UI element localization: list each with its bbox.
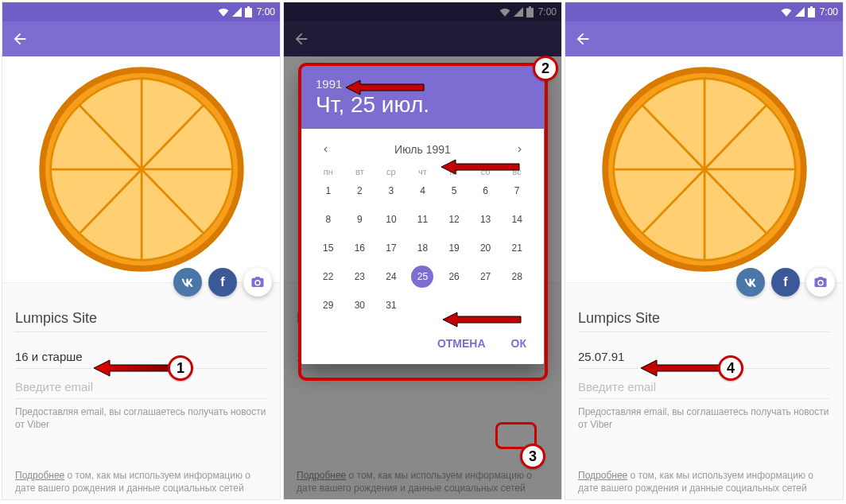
step-badge-1: 1 (168, 355, 193, 381)
calendar-day-8[interactable]: 8 (317, 208, 340, 231)
divider (15, 331, 267, 332)
calendar-day-21[interactable]: 21 (506, 237, 528, 259)
calendar-day-16[interactable]: 16 (348, 237, 371, 259)
date-picker-date: Чт, 25 июл. (316, 92, 530, 118)
next-month-icon[interactable] (510, 140, 530, 159)
app-toolbar (2, 21, 280, 56)
calendar-day-2[interactable]: 2 (348, 180, 371, 202)
privacy-note: Подробнее о том, как мы используем инфор… (15, 469, 267, 494)
ok-button[interactable]: ОК (502, 331, 536, 356)
display-name-field[interactable]: Lumpics Site (15, 307, 267, 331)
date-picker-header: 1991 Чт, 25 июл. (301, 66, 544, 129)
calendar-day-31[interactable]: 31 (380, 294, 402, 316)
calendar-day-29[interactable]: 29 (317, 294, 340, 316)
facebook-icon[interactable]: f (208, 268, 237, 297)
calendar-day-6[interactable]: 6 (475, 180, 497, 202)
email-field[interactable]: Введите email (578, 369, 830, 398)
prev-month-icon[interactable] (316, 140, 335, 159)
calendar-day-18[interactable]: 18 (411, 237, 433, 259)
calendar-day-13[interactable]: 13 (475, 208, 497, 231)
calendar-day-9[interactable]: 9 (348, 208, 371, 231)
status-bar: 7:00 (2, 2, 280, 21)
calendar-dow-cell: сб (470, 167, 502, 176)
avatar-area: f (565, 56, 843, 283)
calendar-month-label: Июль 1991 (394, 143, 451, 156)
signal-icon (795, 7, 805, 17)
dialog-actions: ОТМЕНА ОК (301, 326, 544, 364)
calendar-day-5[interactable]: 5 (443, 180, 465, 202)
calendar-day-17[interactable]: 17 (380, 237, 402, 259)
calendar-day-grid: 1234567891011121314151617181920212223242… (309, 180, 536, 321)
avatar-orange-icon (38, 66, 245, 273)
calendar-day-14[interactable]: 14 (506, 208, 528, 231)
calendar-day-26[interactable]: 26 (443, 266, 465, 288)
phone-screen-1: 7:00 (2, 2, 281, 500)
battery-icon (808, 6, 815, 17)
date-picker-year[interactable]: 1991 (316, 77, 530, 91)
calendar-header: Июль 1991 (309, 137, 536, 167)
email-field[interactable]: Введите email (15, 369, 267, 398)
email-disclaimer: Предоставляя email, вы соглашаетесь полу… (15, 399, 267, 431)
status-bar: 7:00 (565, 2, 843, 21)
svg-rect-14 (808, 8, 815, 17)
camera-icon[interactable] (243, 268, 272, 297)
birthdate-field[interactable]: 16 и старше (15, 348, 267, 368)
calendar-day-25[interactable]: 25 (411, 266, 433, 288)
step-badge-2: 2 (533, 56, 558, 81)
svg-rect-1 (247, 6, 250, 8)
wifi-icon (781, 7, 792, 17)
back-icon[interactable] (9, 28, 31, 50)
cancel-button[interactable]: ОТМЕНА (428, 331, 495, 356)
privacy-note: Подробнее о том, как мы используем инфор… (578, 469, 830, 494)
calendar-day-20[interactable]: 20 (475, 237, 497, 259)
battery-icon (245, 6, 252, 17)
facebook-icon[interactable]: f (771, 268, 800, 297)
calendar-day-1[interactable]: 1 (317, 180, 340, 202)
calendar-day-19[interactable]: 19 (443, 237, 465, 259)
camera-icon[interactable] (806, 268, 835, 297)
social-row: f (736, 268, 835, 297)
date-picker-dialog: 1991 Чт, 25 июл. Июль 1991 пнвтсрчтптсбв… (301, 66, 544, 364)
calendar-day-7[interactable]: 7 (506, 180, 528, 202)
vk-icon[interactable] (736, 268, 765, 297)
email-disclaimer: Предоставляя email, вы соглашаетесь полу… (578, 399, 830, 431)
step-badge-3: 3 (520, 444, 545, 469)
display-name-field[interactable]: Lumpics Site (578, 307, 830, 331)
calendar-day-12[interactable]: 12 (443, 208, 465, 231)
calendar-day-30[interactable]: 30 (348, 294, 371, 316)
more-link[interactable]: Подробнее (578, 470, 627, 481)
calendar-day-24[interactable]: 24 (380, 266, 402, 288)
back-icon[interactable] (572, 28, 594, 50)
calendar-dow-cell: ср (375, 167, 407, 176)
tutorial-composite: 7:00 (0, 0, 846, 504)
step-badge-4: 4 (718, 355, 743, 381)
calendar-day-10[interactable]: 10 (380, 208, 402, 231)
calendar-day-27[interactable]: 27 (475, 266, 497, 288)
calendar-day-3[interactable]: 3 (380, 180, 402, 202)
calendar: Июль 1991 пнвтсрчтптсбвс 123456789101112… (301, 129, 544, 326)
calendar-dow-row: пнвтсрчтптсбвс (309, 167, 536, 180)
calendar-dow-cell: пт (438, 167, 470, 176)
calendar-day-28[interactable]: 28 (506, 266, 528, 288)
birthdate-field[interactable]: 25.07.91 (578, 348, 830, 368)
phone-screen-2: 7:00 L 16 Подробнее о том, как мы исполь… (283, 2, 562, 500)
calendar-day-15[interactable]: 15 (317, 237, 340, 259)
calendar-dow-cell: вт (344, 167, 376, 176)
more-link[interactable]: Подробнее (15, 470, 64, 481)
calendar-day-23[interactable]: 23 (348, 266, 371, 288)
calendar-day-11[interactable]: 11 (411, 208, 433, 231)
calendar-dow-cell: чт (407, 167, 439, 176)
status-time: 7:00 (820, 6, 838, 17)
calendar-dow-cell: вс (501, 167, 533, 176)
calendar-day-22[interactable]: 22 (317, 266, 340, 288)
svg-rect-0 (245, 8, 252, 17)
status-time: 7:00 (257, 6, 275, 17)
social-row: f (173, 268, 272, 297)
profile-form: Lumpics Site 25.07.91 Введите email Пред… (565, 283, 843, 431)
calendar-day-4[interactable]: 4 (411, 180, 433, 202)
calendar-dow-cell: пн (312, 167, 344, 176)
profile-form: Lumpics Site 16 и старше Введите email П… (2, 283, 280, 431)
vk-icon[interactable] (173, 268, 202, 297)
wifi-icon (218, 7, 229, 17)
svg-rect-15 (810, 6, 813, 8)
